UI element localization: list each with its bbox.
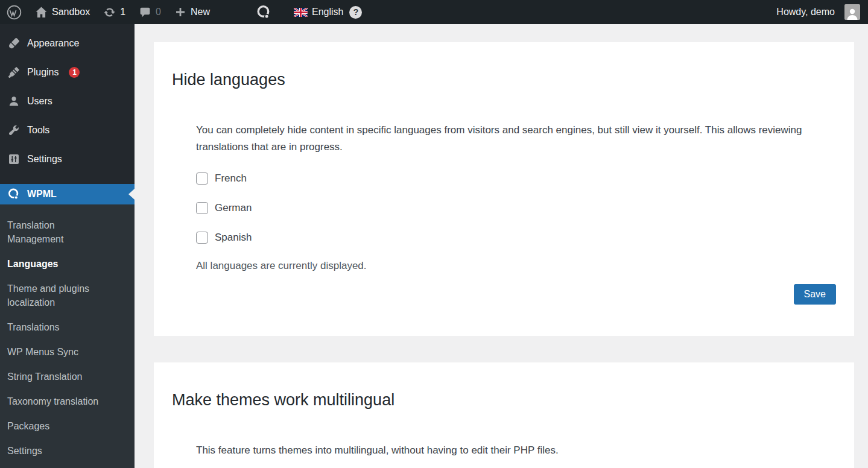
wpml-submenu: Translation Management Languages Theme a…	[0, 204, 135, 468]
sidebar-item-tools[interactable]: Tools	[0, 116, 135, 145]
hide-languages-card: Hide languages You can completely hide c…	[154, 42, 854, 336]
languages-status-text: All languages are currently displayed.	[196, 260, 830, 272]
update-icon	[103, 6, 116, 19]
comment-count: 0	[156, 7, 161, 17]
sidebar-item-plugins[interactable]: Plugins 1	[0, 58, 135, 87]
site-name-label: Sandbox	[52, 7, 90, 17]
checkbox-row-spanish[interactable]: Spanish	[196, 230, 830, 245]
sidebar-item-label: Plugins	[27, 67, 59, 78]
wpml-icon	[7, 187, 21, 201]
sidebar-item-label: Tools	[27, 125, 49, 136]
sidebar-item-appearance[interactable]: Appearance	[0, 29, 135, 58]
comment-icon	[139, 6, 151, 19]
active-menu-arrow	[128, 189, 135, 200]
save-button[interactable]: Save	[794, 284, 836, 305]
howdy-label: Howdy, demo	[776, 7, 835, 17]
make-themes-multilingual-card: Make themes work multilingual This featu…	[154, 362, 854, 468]
checkbox-label: French	[215, 172, 247, 185]
card-title: Hide languages	[172, 42, 854, 90]
submenu-item-languages[interactable]: Languages	[0, 251, 111, 276]
update-count: 1	[120, 7, 125, 17]
submenu-item-packages[interactable]: Packages	[0, 414, 111, 438]
home-icon	[35, 6, 48, 19]
sidebar-item-wpml[interactable]: WPML	[0, 184, 135, 204]
admin-bar: Sandbox 1 0 New	[0, 0, 868, 24]
submenu-item-translations[interactable]: Translations	[0, 315, 111, 340]
sidebar-item-users[interactable]: Users	[0, 87, 135, 116]
sidebar-item-label: Users	[27, 96, 52, 107]
sidebar-item-settings[interactable]: Settings	[0, 145, 135, 174]
wordpress-logo-icon	[7, 5, 22, 20]
brush-icon	[7, 37, 21, 49]
help-icon[interactable]: ?	[349, 6, 362, 19]
plus-icon	[174, 6, 186, 18]
checkbox-german[interactable]	[196, 202, 208, 214]
sidebar-item-label: Appearance	[27, 38, 79, 49]
submenu-item-wp-menus-sync[interactable]: WP Menus Sync	[0, 340, 111, 364]
plugin-icon	[7, 66, 21, 78]
card-description: This feature turns themes into multiling…	[196, 442, 808, 459]
submenu-item-translation-management[interactable]: Translation Management	[0, 213, 111, 251]
new-content-link[interactable]: New	[168, 0, 217, 24]
submenu-item-string-translation[interactable]: String Translation	[0, 364, 111, 389]
checkbox-label: German	[215, 202, 252, 214]
main-content: Hide languages You can completely hide c…	[135, 24, 868, 468]
account-menu[interactable]: Howdy, demo	[770, 0, 868, 24]
submenu-item-theme-plugins-localization[interactable]: Theme and plugins localization	[0, 276, 111, 315]
checkbox-french[interactable]	[196, 172, 208, 185]
sidebar-item-label: Settings	[27, 154, 62, 165]
language-label: English	[312, 7, 343, 17]
card-description: You can completely hide content in speci…	[196, 122, 808, 156]
wpml-icon	[256, 4, 272, 21]
checkbox-row-german[interactable]: German	[196, 201, 830, 215]
checkbox-spanish[interactable]	[196, 232, 208, 244]
admin-menu: Appearance Plugins 1 Users Tools Setti	[0, 24, 135, 174]
checkbox-row-french[interactable]: French	[196, 171, 830, 186]
language-switcher[interactable]: English ?	[287, 0, 369, 24]
sidebar-item-label: WPML	[27, 189, 57, 200]
submenu-item-settings[interactable]: Settings	[0, 438, 111, 463]
avatar	[844, 4, 860, 20]
card-title: Make themes work multilingual	[172, 362, 854, 410]
users-icon	[7, 95, 21, 107]
wpml-admin-bar-link[interactable]	[249, 0, 279, 24]
wordpress-logo[interactable]	[0, 0, 28, 24]
wrench-icon	[7, 124, 21, 136]
settings-icon	[7, 153, 21, 165]
uk-flag-icon	[294, 8, 308, 17]
comments-link[interactable]: 0	[132, 0, 168, 24]
site-name-link[interactable]: Sandbox	[28, 0, 97, 24]
submenu-item-taxonomy-translation[interactable]: Taxonomy translation	[0, 389, 111, 414]
checkbox-label: Spanish	[215, 232, 252, 244]
admin-sidebar: Appearance Plugins 1 Users Tools Setti	[0, 24, 135, 468]
updates-link[interactable]: 1	[97, 0, 132, 24]
new-label: New	[191, 7, 210, 17]
plugins-update-badge: 1	[69, 67, 80, 78]
